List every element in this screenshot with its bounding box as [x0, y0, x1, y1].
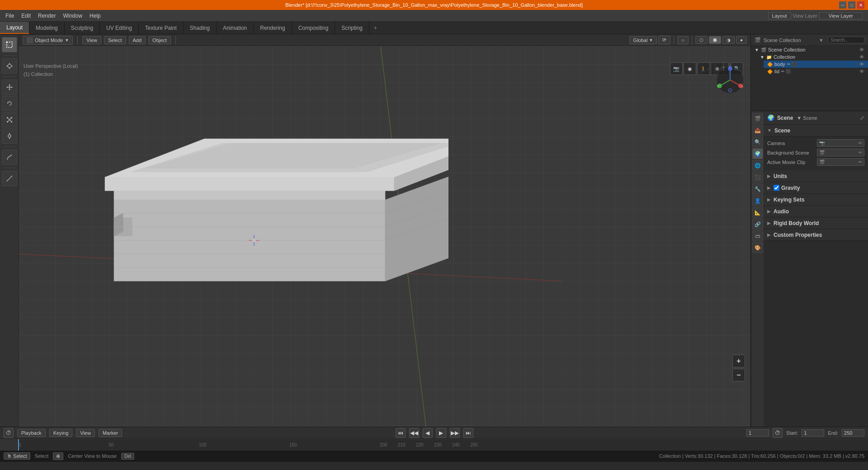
menu-edit[interactable]: Edit — [18, 12, 34, 20]
prop-tab-view[interactable]: 🔍 — [752, 136, 763, 147]
render-view-btn[interactable]: ◉ — [684, 62, 696, 75]
tool-transform[interactable] — [2, 128, 17, 144]
tab-uv-editing[interactable]: UV Editing — [100, 22, 139, 34]
jump-to-end-btn[interactable]: ⏭ — [463, 428, 473, 438]
movie-clip-edit-icon[interactable]: ✏ — [859, 160, 862, 164]
scene-section-header[interactable]: ▼ Scene — [764, 125, 868, 136]
material-mode-btn[interactable]: ◑ — [722, 36, 735, 44]
tool-select[interactable] — [2, 37, 17, 52]
viewport-object-menu[interactable]: Object — [148, 36, 171, 44]
tool-annotate[interactable] — [2, 150, 17, 165]
tool-measure[interactable] — [2, 171, 17, 186]
prop-fullscreen-btn[interactable]: ⤢ — [860, 115, 864, 121]
viewport[interactable]: Object Mode ▼ View Select Add Object Glo… — [19, 34, 750, 427]
outliner-lid[interactable]: 🔶 lid ✏ ⬛ 👁 — [764, 68, 868, 75]
prop-tab-data[interactable]: 🗃 — [752, 230, 763, 241]
collection-visibility-icon[interactable]: 👁 — [859, 54, 864, 60]
tab-animation[interactable]: Animation — [217, 22, 254, 34]
timeline-frames-area[interactable]: 1 50 100 150 200 210 220 230 240 250 — [18, 439, 868, 451]
menu-help[interactable]: Help — [86, 12, 104, 20]
frame-rate-icon[interactable]: ⏱ — [773, 428, 783, 438]
prop-tab-constraints[interactable]: 🔗 — [752, 219, 763, 230]
solid-mode-btn[interactable]: ⬢ — [709, 36, 721, 44]
prop-tab-object[interactable]: ⬛ — [752, 172, 763, 183]
scene-collection-visibility-icon[interactable]: 👁 — [859, 47, 864, 52]
active-movie-clip-value[interactable]: 🎬 ✏ — [817, 158, 864, 166]
zoom-out-btn[interactable]: − — [732, 369, 745, 381]
menu-render[interactable]: Render — [34, 12, 59, 20]
outliner-filter-icon[interactable]: ▼ — [819, 38, 824, 43]
camera-view-btn[interactable]: 📷 — [670, 62, 683, 75]
render-mode-btn[interactable]: ● — [736, 36, 747, 44]
maximize-button[interactable]: □ — [848, 1, 855, 9]
start-frame-input[interactable]: 1 — [802, 429, 824, 437]
timeline-scrubber[interactable]: 1 50 100 150 200 210 220 230 240 250 — [0, 439, 868, 451]
add-workspace-button[interactable]: + — [369, 22, 382, 34]
timeline-playback-btn[interactable]: Playback — [17, 429, 46, 437]
menu-window[interactable]: Window — [59, 12, 86, 20]
menu-file[interactable]: File — [2, 12, 18, 20]
prop-tab-modifier[interactable]: 🔧 — [752, 183, 763, 194]
walk-nav-btn[interactable]: 🚶 — [697, 62, 710, 75]
play-back-btn[interactable]: ◀ — [423, 428, 433, 438]
outliner-search[interactable] — [828, 37, 864, 43]
current-frame-input[interactable]: 1 — [746, 429, 769, 437]
timeline-view-btn[interactable]: View — [76, 429, 95, 437]
viewport-select-menu[interactable]: Select — [104, 36, 126, 44]
global-transform-dropdown[interactable]: Global ▼ — [629, 36, 657, 44]
camera-value[interactable]: 📷 ✏ — [817, 139, 864, 147]
timeline-marker-btn[interactable]: Marker — [99, 429, 122, 437]
tab-modeling[interactable]: Modeling — [29, 22, 65, 34]
tab-sculpting[interactable]: Sculpting — [65, 22, 100, 34]
proportional-edit-btn[interactable]: ○ — [677, 36, 689, 44]
zoom-in-btn[interactable]: + — [732, 355, 745, 367]
view-layer-field[interactable]: View Layer — [819, 12, 863, 19]
tab-scripting[interactable]: Scripting — [335, 22, 369, 34]
keying-sets-section-header[interactable]: ▶ Keying Sets — [764, 194, 868, 206]
tab-compositing[interactable]: Compositing — [292, 22, 335, 34]
tool-move[interactable] — [2, 80, 17, 95]
viewport-canvas[interactable]: User Perspective (Local) (1) Collection … — [19, 46, 750, 427]
prop-tab-world[interactable]: 🌐 — [752, 160, 763, 171]
end-frame-input[interactable]: 250 — [842, 429, 864, 437]
outliner-collection[interactable]: ▼ 📁 Collection 👁 — [756, 53, 868, 61]
outliner-body[interactable]: 🔶 body ✏ ⬛ 👁 — [764, 61, 868, 68]
outliner-scene-collection[interactable]: ▼ 🎬 Scene Collection 👁 — [751, 46, 868, 53]
wireframe-mode-btn[interactable]: ⬡ — [695, 36, 708, 44]
custom-props-section-header[interactable]: ▶ Custom Properties — [764, 229, 868, 241]
tab-shading[interactable]: Shading — [184, 22, 217, 34]
axis-gizmo[interactable]: Z X Y — [714, 64, 746, 96]
timeline-type-icon[interactable]: ⏱ — [4, 428, 14, 438]
transform-orientation-btn[interactable]: ⟳ — [658, 36, 670, 44]
prop-tab-physics[interactable]: 📐 — [752, 207, 763, 218]
units-section-header[interactable]: ▶ Units — [764, 170, 868, 182]
prop-tab-render[interactable]: 🎬 — [752, 113, 763, 124]
rigid-body-world-section-header[interactable]: ▶ Rigid Body World — [764, 217, 868, 229]
prop-tab-scene[interactable]: 🌍 — [752, 148, 763, 159]
camera-edit-icon[interactable]: ✏ — [859, 141, 862, 146]
body-visibility-icon[interactable]: 👁 — [859, 61, 864, 67]
tab-layout[interactable]: Layout — [0, 22, 29, 34]
bg-scene-edit-icon[interactable]: ✏ — [859, 150, 862, 155]
tab-texture-paint[interactable]: Texture Paint — [139, 22, 184, 34]
tool-scale[interactable] — [2, 112, 17, 127]
timeline-keying-btn[interactable]: Keying — [49, 429, 73, 437]
minimize-button[interactable]: ─ — [839, 1, 846, 9]
gravity-section-header[interactable]: ▶ Gravity — [764, 182, 868, 194]
tool-rotate[interactable] — [2, 96, 17, 111]
prop-tab-output[interactable]: 📤 — [752, 125, 763, 136]
lid-visibility-icon[interactable]: 👁 — [859, 69, 864, 74]
jump-to-start-btn[interactable]: ⏮ — [396, 428, 406, 438]
object-mode-dropdown[interactable]: Object Mode ▼ — [23, 36, 73, 45]
audio-section-header[interactable]: ▶ Audio — [764, 206, 868, 217]
viewport-view-menu[interactable]: View — [82, 36, 101, 44]
background-scene-value[interactable]: 🎬 ✏ — [817, 149, 864, 156]
layout-workspace-btn[interactable]: Layout — [768, 12, 791, 19]
prop-tab-material[interactable]: 🎨 — [752, 242, 763, 253]
viewport-add-menu[interactable]: Add — [129, 36, 146, 44]
tab-rendering[interactable]: Rendering — [254, 22, 292, 34]
close-button[interactable]: ✕ — [857, 1, 864, 9]
play-forward-btn[interactable]: ▶ — [436, 428, 446, 438]
gravity-checkbox[interactable] — [774, 185, 779, 191]
step-back-btn[interactable]: ◀◀ — [409, 428, 419, 438]
